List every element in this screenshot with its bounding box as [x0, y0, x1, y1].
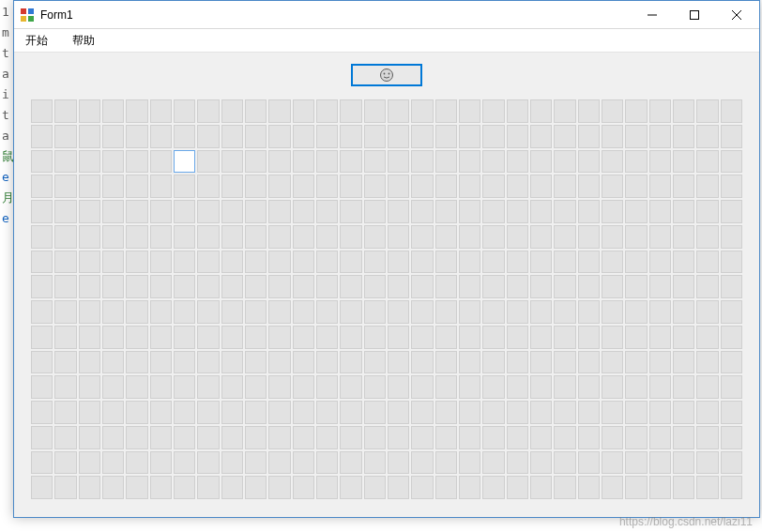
mine-cell[interactable]	[388, 451, 409, 475]
mine-cell[interactable]	[31, 476, 53, 499]
mine-cell[interactable]	[316, 300, 338, 324]
mine-cell[interactable]	[340, 251, 361, 274]
mine-cell[interactable]	[79, 99, 100, 123]
mine-cell[interactable]	[221, 351, 243, 374]
mine-cell[interactable]	[126, 375, 147, 399]
mine-cell[interactable]	[54, 375, 76, 399]
mine-cell[interactable]	[435, 225, 457, 249]
mine-cell[interactable]	[174, 326, 195, 349]
mine-cell[interactable]	[293, 375, 314, 399]
mine-cell[interactable]	[578, 351, 600, 374]
mine-cell[interactable]	[602, 375, 623, 399]
mine-cell[interactable]	[174, 125, 195, 148]
mine-cell[interactable]	[435, 99, 457, 123]
mine-cell[interactable]	[364, 426, 386, 449]
mine-cell[interactable]	[459, 225, 480, 249]
mine-cell[interactable]	[459, 200, 480, 223]
mine-cell[interactable]	[625, 401, 647, 424]
mine-cell[interactable]	[174, 150, 195, 174]
mine-cell[interactable]	[435, 401, 457, 424]
mine-cell[interactable]	[459, 426, 480, 449]
mine-cell[interactable]	[316, 351, 338, 374]
mine-cell[interactable]	[554, 275, 575, 298]
mine-cell[interactable]	[174, 426, 195, 449]
mine-cell[interactable]	[150, 99, 172, 123]
mine-cell[interactable]	[554, 326, 575, 349]
mine-cell[interactable]	[316, 200, 338, 223]
mine-cell[interactable]	[435, 300, 457, 324]
mine-cell[interactable]	[388, 351, 409, 374]
mine-cell[interactable]	[268, 326, 290, 349]
mine-cell[interactable]	[150, 351, 172, 374]
mine-cell[interactable]	[554, 401, 575, 424]
titlebar[interactable]: Form1	[14, 1, 759, 29]
mine-cell[interactable]	[31, 150, 53, 174]
mine-cell[interactable]	[316, 251, 338, 274]
mine-cell[interactable]	[197, 125, 219, 148]
mine-cell[interactable]	[673, 99, 694, 123]
mine-cell[interactable]	[411, 326, 433, 349]
mine-cell[interactable]	[150, 275, 172, 298]
mine-cell[interactable]	[197, 451, 219, 475]
mine-cell[interactable]	[150, 375, 172, 399]
mine-cell[interactable]	[388, 275, 409, 298]
maximize-button[interactable]	[673, 1, 715, 28]
mine-cell[interactable]	[411, 200, 433, 223]
mine-cell[interactable]	[221, 326, 243, 349]
mine-cell[interactable]	[530, 401, 552, 424]
mine-cell[interactable]	[649, 200, 671, 223]
mine-cell[interactable]	[174, 275, 195, 298]
mine-cell[interactable]	[31, 351, 53, 374]
mine-cell[interactable]	[554, 150, 575, 174]
mine-cell[interactable]	[174, 251, 195, 274]
mine-cell[interactable]	[316, 476, 338, 499]
mine-cell[interactable]	[696, 225, 718, 249]
mine-cell[interactable]	[435, 200, 457, 223]
mine-cell[interactable]	[268, 99, 290, 123]
mine-cell[interactable]	[102, 351, 124, 374]
mine-cell[interactable]	[268, 375, 290, 399]
mine-cell[interactable]	[268, 476, 290, 499]
mine-cell[interactable]	[197, 326, 219, 349]
mine-cell[interactable]	[221, 150, 243, 174]
mine-cell[interactable]	[364, 451, 386, 475]
mine-cell[interactable]	[79, 175, 100, 198]
mine-cell[interactable]	[696, 476, 718, 499]
mine-cell[interactable]	[602, 225, 623, 249]
mine-cell[interactable]	[435, 326, 457, 349]
mine-cell[interactable]	[221, 99, 243, 123]
mine-cell[interactable]	[435, 426, 457, 449]
mine-cell[interactable]	[150, 125, 172, 148]
mine-cell[interactable]	[245, 225, 267, 249]
mine-cell[interactable]	[126, 300, 147, 324]
mine-cell[interactable]	[411, 375, 433, 399]
mine-cell[interactable]	[602, 125, 623, 148]
mine-cell[interactable]	[54, 200, 76, 223]
mine-cell[interactable]	[245, 451, 267, 475]
mine-cell[interactable]	[79, 200, 100, 223]
mine-cell[interactable]	[340, 351, 361, 374]
mine-cell[interactable]	[721, 375, 742, 399]
mine-cell[interactable]	[602, 351, 623, 374]
mine-cell[interactable]	[507, 251, 528, 274]
mine-cell[interactable]	[31, 401, 53, 424]
mine-cell[interactable]	[459, 99, 480, 123]
mine-cell[interactable]	[696, 150, 718, 174]
menu-help[interactable]: 帮助	[67, 31, 100, 51]
mine-cell[interactable]	[268, 451, 290, 475]
mine-cell[interactable]	[102, 200, 124, 223]
mine-cell[interactable]	[435, 351, 457, 374]
mine-cell[interactable]	[482, 200, 504, 223]
mine-cell[interactable]	[54, 225, 76, 249]
mine-cell[interactable]	[482, 451, 504, 475]
mine-cell[interactable]	[649, 125, 671, 148]
mine-cell[interactable]	[482, 251, 504, 274]
mine-cell[interactable]	[293, 175, 314, 198]
mine-cell[interactable]	[126, 476, 147, 499]
mine-cell[interactable]	[482, 275, 504, 298]
mine-cell[interactable]	[174, 300, 195, 324]
mine-cell[interactable]	[126, 125, 147, 148]
mine-cell[interactable]	[31, 225, 53, 249]
mine-cell[interactable]	[696, 451, 718, 475]
mine-cell[interactable]	[625, 375, 647, 399]
